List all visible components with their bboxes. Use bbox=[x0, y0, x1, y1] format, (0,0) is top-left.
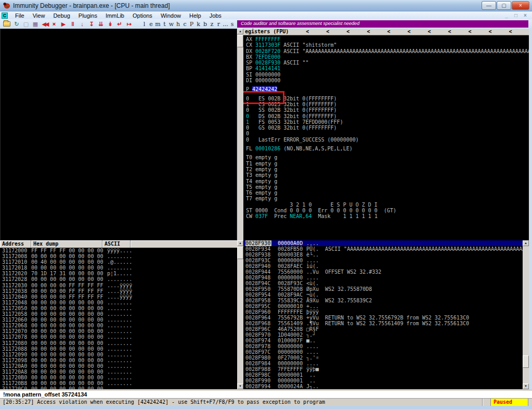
dump-row[interactable]: 311720B800 00 00 00 00 00 00 00........ bbox=[0, 380, 237, 386]
stack-rows[interactable]: 0028F93000000A0D....0028F9340028FB50PÛ(.… bbox=[243, 240, 523, 389]
cpu-window-button[interactable]: c bbox=[181, 21, 188, 28]
stack-row[interactable]: 0028F98C00000001 .. bbox=[243, 372, 523, 378]
memory-map-button[interactable]: m bbox=[154, 21, 161, 28]
register-line[interactable]: 0 SS 002B 32bit 0(FFFFFFFF) bbox=[246, 107, 529, 113]
chevron-icon[interactable]: < bbox=[306, 29, 309, 34]
dump-row[interactable]: 3117206800 00 00 00 00 00 00 00........ bbox=[0, 323, 237, 328]
cpu-window-icon[interactable]: C bbox=[2, 12, 8, 19]
rewind-icon[interactable]: ◀◀ bbox=[40, 20, 49, 28]
dump-row[interactable]: 311720B000 00 00 00 00 00 00 00........ bbox=[0, 375, 237, 380]
scroll-down-icon[interactable]: ▼ bbox=[237, 384, 243, 389]
scroll-up-icon[interactable]: ▲ bbox=[237, 240, 243, 246]
stack-row[interactable]: 0028F9540028F9AC¬ù(. bbox=[243, 292, 523, 298]
step-into-icon[interactable]: ↓ bbox=[77, 20, 87, 28]
register-line[interactable]: T5 empty g bbox=[246, 184, 529, 190]
dump-row[interactable]: 3117207000 00 00 00 00 00 00 00........ bbox=[0, 328, 237, 334]
run-icon[interactable]: ▶ bbox=[59, 20, 68, 28]
register-line[interactable]: 0 ES 002B 32bit 0(FFFFFFFF) bbox=[246, 96, 529, 101]
register-line[interactable]: T3 empty g bbox=[246, 172, 529, 178]
stack-row[interactable]: 0028F99000000001 .. bbox=[243, 378, 523, 384]
register-line[interactable]: ST 0000 Cond 0 0 0 0 Err 0 0 0 0 0 0 0 0… bbox=[246, 208, 529, 213]
dump-row[interactable]: 3117200800 00 00 00 00 00 00 00........ bbox=[0, 253, 237, 259]
chevron-icon[interactable]: < bbox=[469, 29, 472, 34]
dump-row[interactable]: 311720A000 00 00 00 00 00 00 00........ bbox=[0, 363, 237, 369]
titlebar[interactable]: Immunity Debugger - brainpan.exe - [CPU … bbox=[0, 0, 532, 11]
execute-till-user-icon[interactable]: ↦ bbox=[124, 20, 134, 28]
stack-row[interactable]: 0028F938000003E8è└.. bbox=[243, 252, 523, 258]
dump-row[interactable]: 31172000FF FF FF FF 00 00 00 00ÿÿÿÿ.... bbox=[0, 248, 237, 253]
register-line[interactable]: 1 FS 0053 32bit 7EFDD000(FFF) bbox=[246, 119, 529, 125]
stack-scrollbar[interactable]: ▲ ▼ bbox=[523, 240, 529, 389]
register-line[interactable]: SI 00000000 bbox=[246, 72, 529, 78]
chevron-icon[interactable]: < bbox=[407, 29, 410, 34]
register-line[interactable]: DX 0028F720 ASCII "AAAAAAAAAAAAAAAAAAAAA… bbox=[246, 48, 529, 54]
stack-row[interactable]: 0028F9340028FB50PÛ(.ASCII "AAAAAAAAAAAAA… bbox=[243, 246, 523, 252]
register-line[interactable]: T7 empty g bbox=[246, 196, 529, 201]
register-line[interactable]: 3 2 1 0 E S P U O Z D I bbox=[246, 202, 529, 208]
chevron-icon[interactable]: < bbox=[489, 29, 492, 34]
stack-row[interactable]: 0028F94C0028F93C<ù(. bbox=[243, 280, 523, 286]
register-line[interactable]: T1 empty g bbox=[246, 161, 529, 167]
disassembly-pane[interactable] bbox=[0, 29, 237, 240]
window-icon[interactable]: ▢ bbox=[21, 20, 31, 28]
stack-row[interactable]: 0028F9940000024AJ┐.. bbox=[243, 384, 523, 389]
attach-icon[interactable]: ↻ bbox=[12, 20, 21, 28]
menu-item-jobs[interactable]: Jobs bbox=[205, 12, 226, 19]
minimize-button[interactable]: — bbox=[482, 1, 496, 10]
references-button[interactable]: r bbox=[215, 21, 222, 28]
register-line[interactable]: 0 bbox=[246, 131, 529, 136]
stack-row[interactable]: 0028F93000000A0D.... bbox=[243, 240, 523, 246]
open-file-icon[interactable] bbox=[3, 21, 10, 27]
register-line[interactable]: 0 DS 002B 32bit 0(FFFFFFFF) bbox=[246, 113, 529, 119]
dump-row[interactable]: 3117208000 00 00 00 00 00 00 00........ bbox=[0, 340, 237, 346]
stack-row[interactable]: 0028F9647556792B+yVuRETURN to WS2_32.755… bbox=[243, 315, 523, 321]
dump-row[interactable]: 3117209000 00 00 00 00 00 00 00........ bbox=[0, 352, 237, 357]
chevron-icon[interactable]: < bbox=[326, 29, 329, 34]
pause-icon[interactable]: ‖ bbox=[68, 20, 77, 28]
dump-row[interactable]: 3117204000 00 00 00 FF FF FF FF....ÿÿÿÿ bbox=[0, 294, 237, 300]
patches-button[interactable]: P bbox=[188, 21, 195, 28]
call-stack-button[interactable]: k bbox=[195, 21, 202, 28]
windows-grid-icon[interactable]: ▦ bbox=[31, 20, 40, 28]
register-line[interactable]: T2 empty g bbox=[246, 167, 529, 172]
stack-row[interactable]: 0028F97800000000.... bbox=[243, 343, 523, 349]
dump-row[interactable]: 311720A800 00 00 00 00 00 00 00........ bbox=[0, 369, 237, 375]
register-line[interactable]: BP 41414141 bbox=[246, 66, 529, 71]
dump-row[interactable]: 3117206000 00 00 00 00 00 00 00........ bbox=[0, 317, 237, 323]
mdi-restore-button[interactable]: □ bbox=[512, 12, 520, 18]
animate-over-icon[interactable]: ↡ bbox=[106, 20, 115, 28]
chevron-icon[interactable]: < bbox=[387, 29, 390, 34]
stack-row[interactable]: 0028F95C00000010+... bbox=[243, 303, 523, 309]
threads-button[interactable]: t bbox=[161, 21, 168, 28]
terminate-icon[interactable]: × bbox=[49, 20, 59, 28]
hardware-breakpoints-button[interactable]: z bbox=[209, 21, 215, 28]
register-line[interactable]: 0 GS 002B 32bit 0(FFFFFFFF) bbox=[246, 125, 529, 131]
register-line[interactable]: T6 empty g bbox=[246, 190, 529, 196]
dump-pane[interactable]: Address Hex dump ASCII 31172000FF FF FF … bbox=[0, 240, 237, 389]
registers-scrollbar[interactable]: ▲ bbox=[237, 29, 243, 240]
maximize-button[interactable]: ▢ bbox=[497, 1, 511, 10]
log-window-button[interactable]: l bbox=[141, 21, 148, 28]
menu-item-debug[interactable]: Debug bbox=[49, 12, 74, 19]
stack-row[interactable]: 0028F96875561409.¶VuRETURN to WS2_32.755… bbox=[243, 321, 523, 326]
register-line[interactable]: CX 3117303F ASCII "shitstorm" bbox=[246, 42, 529, 48]
windows-button[interactable]: w bbox=[168, 21, 175, 28]
stack-row[interactable]: 0028F9701D040002┐.┘ bbox=[243, 332, 523, 338]
menu-item-view[interactable]: View bbox=[29, 12, 49, 19]
register-line[interactable]: CW 037F Prec NEAR,64 Mask 1 1 1 1 1 1 bbox=[246, 213, 529, 219]
scroll-up-icon[interactable]: ▲ bbox=[237, 29, 243, 34]
menu-item-plugins[interactable]: Plugins bbox=[74, 12, 101, 19]
stack-row[interactable]: 0028F9740100007F■.. bbox=[243, 338, 523, 343]
stack-pane[interactable]: 0028F93000000A0D....0028F9340028FB50PÛ(.… bbox=[243, 240, 523, 389]
chevron-icon[interactable]: < bbox=[448, 29, 451, 34]
dump-row[interactable]: 3117209800 00 00 00 00 00 00 00........ bbox=[0, 357, 237, 363]
close-button[interactable]: × bbox=[512, 1, 529, 10]
stack-row[interactable]: 0028F950755870D8ØpXuWS2_32.755870D8 bbox=[243, 286, 523, 292]
breakpoints-button[interactable]: b bbox=[202, 21, 209, 28]
register-line[interactable]: T4 empty g bbox=[246, 178, 529, 184]
handles-button[interactable]: h bbox=[175, 21, 181, 28]
dump-row[interactable]: 3117201000 40 00 00 00 00 00 00.@...... bbox=[0, 259, 237, 265]
scroll-down-icon[interactable]: ▼ bbox=[523, 384, 529, 389]
chevron-icon[interactable]: < bbox=[427, 29, 431, 34]
dump-rows[interactable]: 31172000FF FF FF FF 00 00 00 00ÿÿÿÿ....3… bbox=[0, 248, 237, 389]
